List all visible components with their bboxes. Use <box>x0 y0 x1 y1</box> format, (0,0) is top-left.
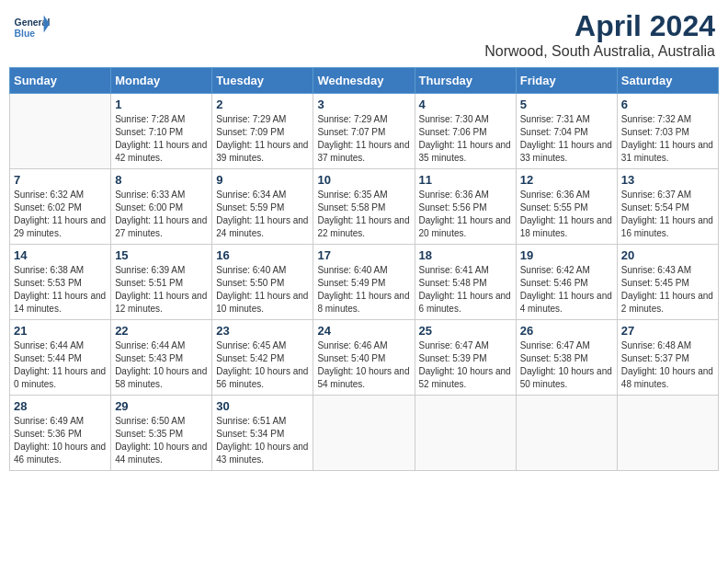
weekday-friday: Friday <box>516 68 617 94</box>
location-title: Norwood, South Australia, Australia <box>484 43 715 60</box>
calendar-cell <box>516 396 617 471</box>
calendar-week-row: 28Sunrise: 6:49 AM Sunset: 5:36 PM Dayli… <box>10 396 719 471</box>
day-number: 20 <box>621 248 714 262</box>
day-number: 7 <box>14 173 107 187</box>
day-info: Sunrise: 6:34 AM Sunset: 5:59 PM Dayligh… <box>216 189 309 240</box>
calendar-cell: 8Sunrise: 6:33 AM Sunset: 6:00 PM Daylig… <box>111 169 212 245</box>
day-info: Sunrise: 6:40 AM Sunset: 5:50 PM Dayligh… <box>216 264 309 316</box>
page-header: General Blue April 2024 Norwood, South A… <box>9 9 719 60</box>
calendar-cell <box>617 396 718 471</box>
calendar-cell: 25Sunrise: 6:47 AM Sunset: 5:39 PM Dayli… <box>415 320 516 396</box>
calendar-week-row: 14Sunrise: 6:38 AM Sunset: 5:53 PM Dayli… <box>10 245 719 320</box>
day-number: 26 <box>520 324 613 338</box>
day-info: Sunrise: 6:35 AM Sunset: 5:58 PM Dayligh… <box>317 189 410 240</box>
day-number: 1 <box>115 98 208 111</box>
day-number: 24 <box>317 324 410 338</box>
weekday-sunday: Sunday <box>10 68 111 94</box>
day-info: Sunrise: 6:47 AM Sunset: 5:39 PM Dayligh… <box>419 339 512 391</box>
day-info: Sunrise: 6:39 AM Sunset: 5:51 PM Dayligh… <box>115 264 208 316</box>
calendar-cell: 1Sunrise: 7:28 AM Sunset: 7:10 PM Daylig… <box>111 94 212 169</box>
weekday-tuesday: Tuesday <box>212 68 313 94</box>
calendar-cell: 2Sunrise: 7:29 AM Sunset: 7:09 PM Daylig… <box>212 94 313 169</box>
day-info: Sunrise: 6:43 AM Sunset: 5:45 PM Dayligh… <box>621 264 714 316</box>
day-number: 23 <box>216 324 309 338</box>
calendar-cell: 16Sunrise: 6:40 AM Sunset: 5:50 PM Dayli… <box>212 245 313 320</box>
calendar-cell <box>313 396 415 471</box>
calendar-cell: 19Sunrise: 6:42 AM Sunset: 5:46 PM Dayli… <box>516 245 617 320</box>
day-info: Sunrise: 6:49 AM Sunset: 5:36 PM Dayligh… <box>14 415 107 466</box>
day-info: Sunrise: 6:48 AM Sunset: 5:37 PM Dayligh… <box>621 339 714 391</box>
svg-text:Blue: Blue <box>15 29 36 39</box>
calendar-cell: 14Sunrise: 6:38 AM Sunset: 5:53 PM Dayli… <box>10 245 111 320</box>
day-info: Sunrise: 6:46 AM Sunset: 5:40 PM Dayligh… <box>317 339 410 391</box>
logo: General Blue <box>13 9 51 46</box>
title-area: April 2024 Norwood, South Australia, Aus… <box>484 9 715 60</box>
day-number: 12 <box>520 173 613 187</box>
day-info: Sunrise: 7:29 AM Sunset: 7:09 PM Dayligh… <box>216 113 309 165</box>
calendar-cell: 18Sunrise: 6:41 AM Sunset: 5:48 PM Dayli… <box>415 245 516 320</box>
day-info: Sunrise: 6:32 AM Sunset: 6:02 PM Dayligh… <box>14 189 107 240</box>
day-info: Sunrise: 6:44 AM Sunset: 5:44 PM Dayligh… <box>14 339 107 391</box>
day-number: 8 <box>115 173 208 187</box>
day-info: Sunrise: 6:47 AM Sunset: 5:38 PM Dayligh… <box>520 339 613 391</box>
day-info: Sunrise: 6:45 AM Sunset: 5:42 PM Dayligh… <box>216 339 309 391</box>
calendar-cell: 15Sunrise: 6:39 AM Sunset: 5:51 PM Dayli… <box>111 245 212 320</box>
calendar-cell: 26Sunrise: 6:47 AM Sunset: 5:38 PM Dayli… <box>516 320 617 396</box>
day-info: Sunrise: 7:31 AM Sunset: 7:04 PM Dayligh… <box>520 113 613 165</box>
day-info: Sunrise: 6:51 AM Sunset: 5:34 PM Dayligh… <box>216 415 309 466</box>
day-info: Sunrise: 6:37 AM Sunset: 5:54 PM Dayligh… <box>621 189 714 240</box>
day-number: 17 <box>317 248 410 262</box>
calendar-cell: 23Sunrise: 6:45 AM Sunset: 5:42 PM Dayli… <box>212 320 313 396</box>
day-info: Sunrise: 7:28 AM Sunset: 7:10 PM Dayligh… <box>115 113 208 165</box>
day-info: Sunrise: 6:33 AM Sunset: 6:00 PM Dayligh… <box>115 189 208 240</box>
calendar-cell: 9Sunrise: 6:34 AM Sunset: 5:59 PM Daylig… <box>212 169 313 245</box>
calendar-cell: 7Sunrise: 6:32 AM Sunset: 6:02 PM Daylig… <box>10 169 111 245</box>
day-number: 14 <box>14 248 107 262</box>
calendar-week-row: 1Sunrise: 7:28 AM Sunset: 7:10 PM Daylig… <box>10 94 719 169</box>
day-info: Sunrise: 7:30 AM Sunset: 7:06 PM Dayligh… <box>419 113 512 165</box>
weekday-wednesday: Wednesday <box>313 68 415 94</box>
weekday-monday: Monday <box>111 68 212 94</box>
day-info: Sunrise: 7:32 AM Sunset: 7:03 PM Dayligh… <box>621 113 714 165</box>
day-number: 4 <box>419 98 512 111</box>
calendar-cell: 10Sunrise: 6:35 AM Sunset: 5:58 PM Dayli… <box>313 169 415 245</box>
day-info: Sunrise: 6:36 AM Sunset: 5:55 PM Dayligh… <box>520 189 613 240</box>
calendar-cell: 5Sunrise: 7:31 AM Sunset: 7:04 PM Daylig… <box>516 94 617 169</box>
day-info: Sunrise: 6:42 AM Sunset: 5:46 PM Dayligh… <box>520 264 613 316</box>
calendar-cell: 21Sunrise: 6:44 AM Sunset: 5:44 PM Dayli… <box>10 320 111 396</box>
calendar-week-row: 7Sunrise: 6:32 AM Sunset: 6:02 PM Daylig… <box>10 169 719 245</box>
day-info: Sunrise: 6:36 AM Sunset: 5:56 PM Dayligh… <box>419 189 512 240</box>
calendar-cell <box>415 396 516 471</box>
calendar-cell: 29Sunrise: 6:50 AM Sunset: 5:35 PM Dayli… <box>111 396 212 471</box>
calendar-cell: 30Sunrise: 6:51 AM Sunset: 5:34 PM Dayli… <box>212 396 313 471</box>
calendar-cell: 4Sunrise: 7:30 AM Sunset: 7:06 PM Daylig… <box>415 94 516 169</box>
day-number: 30 <box>216 399 309 413</box>
calendar-cell: 3Sunrise: 7:29 AM Sunset: 7:07 PM Daylig… <box>313 94 415 169</box>
day-info: Sunrise: 6:41 AM Sunset: 5:48 PM Dayligh… <box>419 264 512 316</box>
day-number: 22 <box>115 324 208 338</box>
day-number: 18 <box>419 248 512 262</box>
calendar-cell <box>10 94 111 169</box>
month-title: April 2024 <box>484 9 715 43</box>
day-info: Sunrise: 7:29 AM Sunset: 7:07 PM Dayligh… <box>317 113 410 165</box>
weekday-saturday: Saturday <box>617 68 718 94</box>
calendar-cell: 12Sunrise: 6:36 AM Sunset: 5:55 PM Dayli… <box>516 169 617 245</box>
calendar-table: SundayMondayTuesdayWednesdayThursdayFrid… <box>9 67 719 471</box>
day-number: 15 <box>115 248 208 262</box>
calendar-cell: 24Sunrise: 6:46 AM Sunset: 5:40 PM Dayli… <box>313 320 415 396</box>
weekday-header-row: SundayMondayTuesdayWednesdayThursdayFrid… <box>10 68 719 94</box>
day-number: 2 <box>216 98 309 111</box>
day-number: 27 <box>621 324 714 338</box>
day-number: 21 <box>14 324 107 338</box>
calendar-cell: 22Sunrise: 6:44 AM Sunset: 5:43 PM Dayli… <box>111 320 212 396</box>
day-number: 10 <box>317 173 410 187</box>
calendar-cell: 17Sunrise: 6:40 AM Sunset: 5:49 PM Dayli… <box>313 245 415 320</box>
day-info: Sunrise: 6:40 AM Sunset: 5:49 PM Dayligh… <box>317 264 410 316</box>
calendar-cell: 28Sunrise: 6:49 AM Sunset: 5:36 PM Dayli… <box>10 396 111 471</box>
day-info: Sunrise: 6:38 AM Sunset: 5:53 PM Dayligh… <box>14 264 107 316</box>
day-info: Sunrise: 6:50 AM Sunset: 5:35 PM Dayligh… <box>115 415 208 466</box>
day-number: 6 <box>621 98 714 111</box>
calendar-cell: 11Sunrise: 6:36 AM Sunset: 5:56 PM Dayli… <box>415 169 516 245</box>
day-number: 25 <box>419 324 512 338</box>
day-number: 13 <box>621 173 714 187</box>
